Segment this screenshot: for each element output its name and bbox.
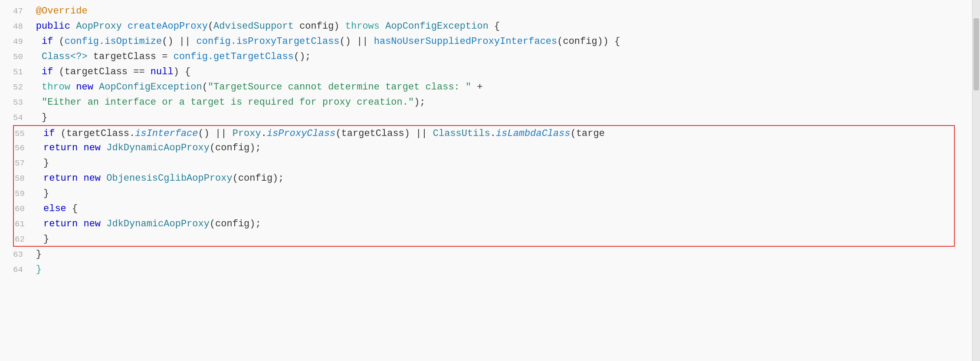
code-editor: 47@Override 48public AopProxy createAopP… xyxy=(0,0,980,361)
code-line-highlighted: 62 } xyxy=(13,232,955,247)
scrollbar-thumb[interactable] xyxy=(973,18,979,90)
code-line: 53 "Either an interface or a target is r… xyxy=(13,95,972,110)
code-line-highlighted: 55 if (targetClass.isInterface() || Prox… xyxy=(13,125,955,140)
code-line-highlighted: 60 else { xyxy=(13,201,955,216)
code-line: 50 Class<?> targetClass = config.getTarg… xyxy=(13,49,972,64)
code-line: 64} xyxy=(13,262,972,277)
code-line: 48public AopProxy createAopProxy(Advised… xyxy=(13,19,972,34)
code-line: 47@Override xyxy=(13,3,972,19)
scrollbar[interactable] xyxy=(972,0,980,361)
code-line-highlighted: 58 return new ObjenesisCglibAopProxy(con… xyxy=(13,171,955,186)
code-content: 47@Override 48public AopProxy createAopP… xyxy=(0,0,972,361)
code-line: 52 throw new AopConfigException("TargetS… xyxy=(13,79,972,95)
code-line: 49 if (config.isOptimize() || config.isP… xyxy=(13,34,972,49)
keyword-public: public xyxy=(36,21,70,32)
code-line: 51 if (targetClass == null) { xyxy=(13,64,972,79)
code-line-highlighted: 61 return new JdkDynamicAopProxy(config)… xyxy=(13,216,955,232)
code-line: 63} xyxy=(13,247,972,262)
code-line-highlighted: 56 return new JdkDynamicAopProxy(config)… xyxy=(13,140,955,156)
code-line-highlighted: 57 } xyxy=(13,156,955,171)
annotation-override: @Override xyxy=(36,6,88,17)
code-line-highlighted: 59 } xyxy=(13,186,955,201)
code-line: 54 } xyxy=(13,110,972,125)
